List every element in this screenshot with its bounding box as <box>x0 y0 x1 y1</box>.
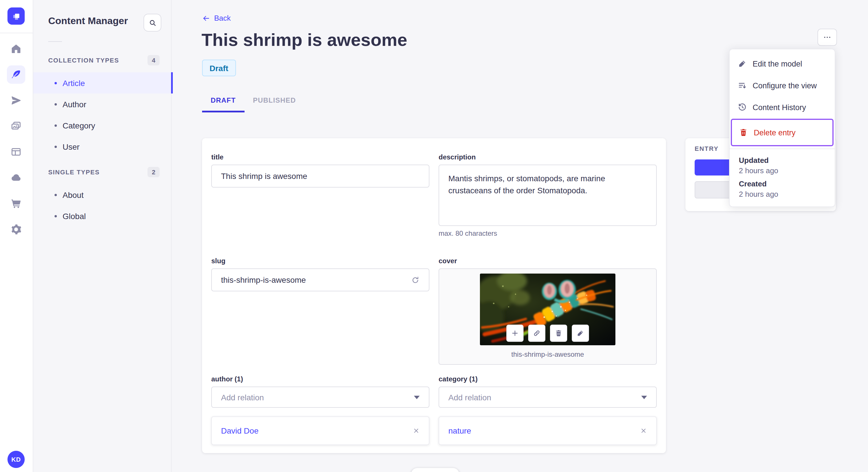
title-label: title <box>211 153 429 161</box>
sidebar-item-label: About <box>63 190 84 199</box>
more-dots-icon <box>823 33 832 42</box>
menu-item-label: Edit the model <box>753 59 802 68</box>
cover-label: cover <box>439 257 657 265</box>
menu-item-configure-view[interactable]: Configure the view <box>730 74 835 96</box>
chevron-down-icon <box>641 396 647 399</box>
remove-relation-icon[interactable] <box>640 427 647 434</box>
remove-relation-icon[interactable] <box>413 427 420 434</box>
nav-marketplace[interactable] <box>7 194 25 213</box>
subnav-divider <box>48 41 62 42</box>
category-relation-combobox[interactable]: Add relation <box>439 386 657 408</box>
edit-media-button[interactable] <box>572 325 589 342</box>
arrow-left-icon <box>202 14 210 22</box>
sidebar-item-label: Article <box>63 78 85 88</box>
tab-published[interactable]: PUBLISHED <box>244 92 305 112</box>
regenerate-icon[interactable] <box>411 276 420 284</box>
relation-link[interactable]: David Doe <box>221 426 259 435</box>
single-types-count: 2 <box>148 167 160 177</box>
delete-media-button[interactable] <box>550 325 567 342</box>
trash-icon <box>739 128 748 137</box>
slug-input[interactable]: this-shrimp-is-awesome <box>211 268 429 291</box>
description-label: description <box>439 153 657 161</box>
cloud-icon <box>10 172 22 183</box>
cart-icon <box>10 198 22 209</box>
page-title: This shrimp is awesome <box>202 30 407 50</box>
trash-icon <box>555 329 563 337</box>
created-value: 2 hours ago <box>739 190 826 198</box>
entry-meta: Updated 2 hours ago Created 2 hours ago <box>730 155 835 198</box>
nav-content-type-builder[interactable] <box>7 143 25 161</box>
nav-home[interactable] <box>7 40 25 58</box>
bullet-icon <box>55 124 57 127</box>
nav-releases[interactable] <box>7 91 25 109</box>
description-field-group: description Mantis shrimps, or stomatopo… <box>439 153 657 237</box>
slug-value: this-shrimp-is-awesome <box>221 275 306 284</box>
category-relation-item: nature <box>439 416 657 445</box>
sidebar-item-about[interactable]: About <box>33 184 171 205</box>
sidebar-item-category[interactable]: Category <box>33 115 171 136</box>
cover-actions <box>506 325 589 342</box>
menu-item-delete-entry[interactable]: Delete entry <box>731 119 834 146</box>
content-manager-subnav: Content Manager COLLECTION TYPES 4 Artic… <box>33 0 172 472</box>
sidebar-item-user[interactable]: User <box>33 136 171 157</box>
strapi-logo[interactable] <box>7 7 25 25</box>
strapi-logo-icon <box>11 11 21 21</box>
author-field-group: author (1) Add relation David Doe <box>211 375 429 445</box>
bullet-icon <box>55 215 57 217</box>
sidebar-item-article[interactable]: Article <box>33 72 173 94</box>
entry-form-card: title This shrimp is awesome description… <box>202 138 666 453</box>
bullet-icon <box>55 103 57 105</box>
layout-icon <box>10 146 22 158</box>
sidebar-item-label: Global <box>63 211 86 221</box>
single-types-label: SINGLE TYPES <box>48 169 100 175</box>
nav-deploy[interactable] <box>7 169 25 187</box>
back-label: Back <box>214 14 231 22</box>
sidebar-item-author[interactable]: Author <box>33 94 171 115</box>
add-media-button[interactable] <box>506 325 524 342</box>
title-value: This shrimp is awesome <box>221 171 307 181</box>
copy-link-button[interactable] <box>528 325 546 342</box>
cover-media-card: this-shrimp-is-awesome <box>439 268 657 365</box>
sidebar-item-label: User <box>63 142 80 151</box>
more-options-button[interactable] <box>817 29 837 46</box>
created-label: Created <box>739 179 826 188</box>
user-avatar[interactable]: KD <box>7 451 25 468</box>
nav-content-manager[interactable] <box>7 65 25 84</box>
cover-caption: this-shrimp-is-awesome <box>511 350 584 359</box>
version-tabs: DRAFT PUBLISHED <box>202 92 305 112</box>
configure-view-icon <box>738 81 747 90</box>
floating-toolbar-pill[interactable] <box>411 468 459 472</box>
category-label: category (1) <box>439 375 657 383</box>
sidebar-item-global[interactable]: Global <box>33 205 171 227</box>
nav-settings[interactable] <box>7 220 25 239</box>
nav-media-library[interactable] <box>7 117 25 135</box>
author-relation-combobox[interactable]: Add relation <box>211 386 429 408</box>
search-button[interactable] <box>144 14 161 32</box>
back-link[interactable]: Back <box>202 14 231 22</box>
subnav-title: Content Manager <box>48 15 128 27</box>
collection-types-header: COLLECTION TYPES 4 <box>48 55 160 65</box>
slug-label: slug <box>211 257 429 265</box>
menu-item-label: Content History <box>753 103 806 111</box>
updated-value: 2 hours ago <box>739 166 826 175</box>
home-icon <box>10 43 22 55</box>
history-icon <box>738 103 747 112</box>
author-placeholder: Add relation <box>221 393 264 402</box>
bullet-icon <box>55 145 57 148</box>
menu-divider <box>730 148 835 149</box>
description-textarea[interactable]: Mantis shrimps, or stomatopods, are mari… <box>439 165 657 226</box>
category-placeholder: Add relation <box>448 393 491 402</box>
sidebar-item-label: Category <box>63 121 95 130</box>
collection-types-label: COLLECTION TYPES <box>48 57 119 64</box>
pictures-icon <box>10 121 22 132</box>
chevron-down-icon <box>414 396 420 399</box>
pencil-icon <box>738 59 747 68</box>
menu-item-edit-model[interactable]: Edit the model <box>730 53 835 74</box>
relation-link[interactable]: nature <box>448 426 471 435</box>
title-input[interactable]: This shrimp is awesome <box>211 165 429 188</box>
updated-label: Updated <box>739 156 826 165</box>
tab-draft[interactable]: DRAFT <box>202 92 244 112</box>
sidebar-item-label: Author <box>63 100 86 109</box>
menu-item-content-history[interactable]: Content History <box>730 96 835 118</box>
main-nav: KD <box>0 0 33 472</box>
